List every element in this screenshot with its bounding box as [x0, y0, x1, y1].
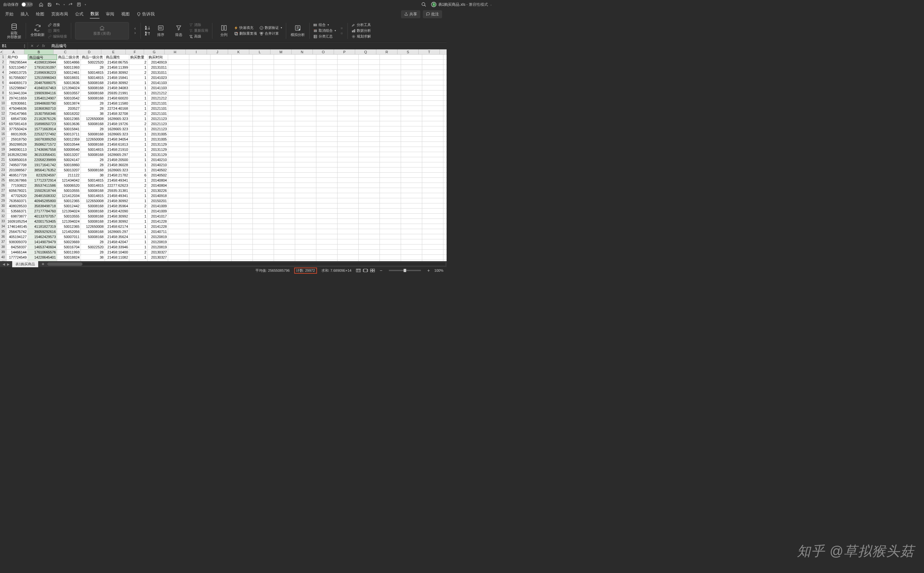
- cell[interactable]: [189, 55, 210, 59]
- cell[interactable]: 21458:30992: [105, 219, 129, 224]
- cell[interactable]: 20120819: [147, 240, 168, 244]
- cell[interactable]: [338, 55, 359, 59]
- consolidate-button[interactable]: 合并计算: [260, 31, 282, 36]
- cell[interactable]: 50008168: [81, 229, 105, 234]
- cell[interactable]: [380, 147, 401, 152]
- cell[interactable]: [380, 193, 401, 198]
- cell[interactable]: 21458:19726: [105, 121, 129, 127]
- cell[interactable]: 19171641742: [28, 162, 57, 168]
- cell[interactable]: 21458:10400: [105, 250, 129, 255]
- cell[interactable]: 532110457: [6, 65, 28, 70]
- cell[interactable]: 38: [81, 255, 105, 260]
- row-header[interactable]: 17: [0, 137, 6, 142]
- cell[interactable]: [210, 101, 232, 106]
- cell[interactable]: 38: [81, 172, 105, 178]
- cell[interactable]: [401, 178, 422, 183]
- cell[interactable]: [380, 65, 401, 70]
- cell[interactable]: [359, 260, 380, 261]
- cell[interactable]: [316, 168, 338, 172]
- cell[interactable]: 405194127: [6, 234, 28, 240]
- cell[interactable]: [380, 152, 401, 157]
- cell[interactable]: [232, 101, 253, 106]
- cell[interactable]: 20140918: [147, 193, 168, 198]
- cell[interactable]: [380, 142, 401, 147]
- cell[interactable]: [316, 55, 338, 59]
- cell[interactable]: 20131011: [147, 70, 168, 75]
- cell[interactable]: [380, 59, 401, 65]
- cell[interactable]: [189, 208, 210, 214]
- cell[interactable]: 50011993: [57, 250, 81, 255]
- cell[interactable]: 22277:62623: [105, 183, 129, 188]
- qat-customize-icon[interactable]: ▾: [85, 3, 86, 6]
- cell[interactable]: 25918750: [6, 137, 28, 142]
- tab-review[interactable]: 审阅: [105, 10, 115, 18]
- cell[interactable]: [380, 172, 401, 178]
- tab-draw[interactable]: 绘图: [35, 10, 45, 18]
- cell[interactable]: [443, 80, 446, 85]
- cell[interactable]: [401, 157, 422, 162]
- cell[interactable]: 20131129: [147, 147, 168, 152]
- cell[interactable]: 28: [81, 106, 105, 111]
- cell[interactable]: [380, 204, 401, 208]
- row-header[interactable]: 16: [0, 132, 6, 137]
- cell[interactable]: 691367866: [6, 178, 28, 183]
- cell[interactable]: [443, 240, 446, 244]
- row-header[interactable]: 39: [0, 250, 6, 255]
- cell[interactable]: [189, 152, 210, 157]
- cell[interactable]: [210, 91, 232, 96]
- cell[interactable]: 38564176352: [28, 168, 57, 172]
- cell[interactable]: [338, 142, 359, 147]
- cell[interactable]: [338, 188, 359, 193]
- cell[interactable]: 20121123: [147, 127, 168, 132]
- cell[interactable]: 25935:31381: [105, 188, 129, 193]
- cell[interactable]: [232, 55, 253, 59]
- cell[interactable]: 50014815: [81, 147, 105, 152]
- cell[interactable]: [253, 204, 274, 208]
- cell[interactable]: [316, 183, 338, 188]
- cell[interactable]: [274, 193, 295, 198]
- cell[interactable]: 21458:61813: [105, 142, 129, 147]
- cell[interactable]: [295, 121, 316, 127]
- cell[interactable]: [401, 255, 422, 260]
- column-header-C[interactable]: C: [53, 49, 77, 54]
- zoom-knob[interactable]: [404, 269, 406, 272]
- cell[interactable]: [401, 162, 422, 168]
- cell[interactable]: 28: [81, 240, 105, 244]
- cell[interactable]: [359, 70, 380, 75]
- row-header[interactable]: 10: [0, 101, 6, 106]
- cell[interactable]: 1628665:297: [105, 152, 129, 157]
- cell[interactable]: 121412034: [57, 193, 81, 198]
- cell[interactable]: [274, 106, 295, 111]
- cell[interactable]: 28: [81, 101, 105, 106]
- cell[interactable]: 20121212: [147, 96, 168, 101]
- row-header[interactable]: 29: [0, 198, 6, 204]
- cell[interactable]: [189, 168, 210, 172]
- cell[interactable]: [253, 111, 274, 116]
- cell[interactable]: [232, 80, 253, 85]
- cell[interactable]: [422, 162, 443, 168]
- cell[interactable]: [295, 168, 316, 172]
- cell[interactable]: [295, 127, 316, 132]
- cell[interactable]: [168, 121, 189, 127]
- cell[interactable]: [189, 106, 210, 111]
- cell[interactable]: [338, 96, 359, 101]
- autosave-toggle[interactable]: 关闭: [21, 2, 33, 7]
- connections-button[interactable]: 连接: [48, 22, 67, 27]
- cell[interactable]: [253, 121, 274, 127]
- cell[interactable]: 12515996043: [28, 75, 57, 80]
- cell[interactable]: 20121101: [147, 106, 168, 111]
- cell[interactable]: [401, 116, 422, 121]
- cell[interactable]: 28: [81, 157, 105, 162]
- cell[interactable]: [295, 106, 316, 111]
- cell[interactable]: [232, 127, 253, 132]
- cell[interactable]: 50015841: [57, 127, 81, 132]
- cell[interactable]: 2: [129, 70, 147, 75]
- cell[interactable]: 1: [129, 234, 147, 240]
- cell[interactable]: 19948600790: [28, 101, 57, 106]
- cell[interactable]: 50008168: [81, 85, 105, 91]
- cell[interactable]: [274, 55, 295, 59]
- cell[interactable]: [422, 106, 443, 111]
- cell[interactable]: 122650008: [81, 116, 105, 121]
- cell[interactable]: [422, 219, 443, 224]
- cell[interactable]: [232, 234, 253, 240]
